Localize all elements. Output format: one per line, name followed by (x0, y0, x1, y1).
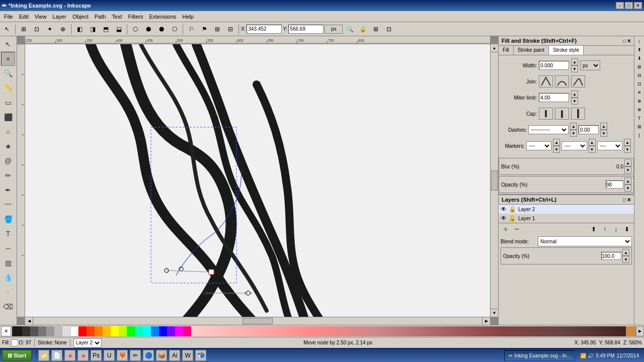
color-yellow-green[interactable] (119, 326, 127, 336)
rt-btn-10[interactable]: T (635, 114, 643, 122)
taskbar-app6[interactable]: U (104, 350, 115, 361)
hscrollbar[interactable]: ◀ ▶ (25, 317, 490, 325)
layers-opacity-input[interactable] (601, 252, 621, 260)
join-bevel-btn[interactable] (571, 75, 585, 87)
vscroll-up[interactable]: ▲ (491, 44, 498, 52)
join-round-btn[interactable] (555, 75, 569, 87)
tool-rect[interactable]: ▭ (1, 96, 15, 110)
marker-start-up[interactable]: ▲ (553, 139, 560, 146)
layer-row-1[interactable]: 👁 🔒 Layer 1 (499, 214, 634, 223)
tb-zoom-btn[interactable]: 🔍 (344, 23, 356, 35)
blur-down[interactable]: ▼ (624, 166, 631, 173)
rt-btn-1[interactable]: ↕ (635, 37, 643, 45)
tool-zoom[interactable]: 🔍 (1, 66, 15, 80)
tool-spray[interactable]: · (1, 285, 15, 299)
tab-stroke-style[interactable]: Stroke style (549, 46, 584, 55)
vscroll-down[interactable]: ▼ (491, 309, 498, 317)
hscroll-right[interactable]: ▶ (482, 317, 490, 325)
tab-fill[interactable]: Fill (499, 46, 514, 55)
marker-mid-down[interactable]: ▼ (589, 146, 596, 153)
width-up[interactable]: ▲ (571, 58, 578, 65)
select-tool-btn[interactable]: ↖ (1, 23, 13, 35)
taskbar-inkscape[interactable]: ✏ (130, 350, 141, 361)
layers-close[interactable]: ✕ (627, 197, 631, 203)
blend-mode-select[interactable]: Normal Multiply Screen Overlay (538, 236, 632, 246)
cap-square-btn[interactable] (571, 108, 585, 120)
vscrollbar[interactable]: ▲ ▼ (490, 44, 498, 317)
menu-filters[interactable]: Filters (125, 13, 146, 21)
color-sky[interactable] (151, 326, 159, 336)
rt-btn-5[interactable]: ⊟ (635, 71, 643, 79)
layers-opacity-up[interactable]: ▲ (622, 249, 629, 256)
tb-btn-8[interactable]: ⬓ (113, 23, 125, 35)
colorbar-scroll-right[interactable]: ▶ (636, 326, 644, 336)
color-yellow[interactable] (111, 326, 119, 336)
taskbar-photoshop[interactable]: Ps (91, 350, 102, 361)
blur-up[interactable]: ▲ (624, 159, 631, 166)
marker-end-down[interactable]: ▼ (624, 146, 631, 153)
dashes-up[interactable]: ▲ (600, 123, 607, 130)
tb-btn-7[interactable]: ⬒ (100, 23, 112, 35)
opacity-input[interactable] (606, 180, 623, 189)
tb-btn-14[interactable]: ⚑ (198, 23, 210, 35)
color-gray2[interactable] (46, 326, 54, 336)
color-gradient-reds[interactable] (191, 326, 626, 336)
tb-btn-12[interactable]: ⎔ (169, 23, 181, 35)
taskbar-word[interactable]: W (182, 350, 193, 361)
menu-file[interactable]: File (1, 13, 16, 21)
menu-edit[interactable]: Edit (16, 13, 32, 21)
marker-start-down[interactable]: ▼ (553, 146, 560, 153)
layer1-eye-icon[interactable]: 👁 (501, 215, 507, 222)
maximize-button[interactable]: □ (625, 2, 633, 9)
tb-btn-1[interactable]: ⊞ (18, 23, 30, 35)
opacity-up[interactable]: ▲ (624, 177, 631, 185)
x-input[interactable] (247, 25, 282, 34)
minimize-button[interactable]: − (616, 2, 624, 9)
tool-eyedropper[interactable]: 💧 (1, 270, 15, 285)
menu-object[interactable]: Object (69, 13, 92, 21)
width-unit-select[interactable]: pxmmpt (580, 60, 600, 70)
rt-btn-11[interactable]: ⊞ (635, 123, 643, 131)
color-cyan[interactable] (143, 326, 151, 336)
tb-btn-15[interactable]: ⊞ (211, 23, 223, 35)
miter-up[interactable]: ▲ (571, 90, 578, 98)
miter-down[interactable]: ▼ (571, 98, 578, 105)
tool-spiral[interactable]: @ (1, 154, 15, 168)
width-input[interactable] (539, 61, 569, 70)
tb-extra2[interactable]: ⊡ (383, 23, 395, 35)
dashes-select-up[interactable]: ▲ (570, 123, 577, 130)
dashes-value-input[interactable] (579, 125, 599, 134)
layer1-lock-icon[interactable]: 🔒 (509, 215, 516, 222)
current-layer-select[interactable]: Layer 2 Layer 1 (73, 338, 102, 347)
fill-stroke-close[interactable]: ✕ (627, 38, 631, 44)
miter-input[interactable] (539, 93, 569, 102)
rt-btn-12[interactable]: | (635, 131, 643, 139)
menu-layer[interactable]: Layer (49, 13, 69, 21)
fill-color-box[interactable] (11, 339, 18, 346)
menu-extensions[interactable]: Extensions (146, 13, 179, 21)
layer2-lock-icon[interactable]: 🔒 (509, 206, 516, 213)
color-white[interactable] (70, 326, 78, 336)
rt-btn-9[interactable]: ⊗ (635, 106, 643, 114)
close-button[interactable]: ✕ (634, 2, 642, 9)
layers-opacity-down[interactable]: ▼ (622, 256, 629, 263)
color-red-orange[interactable] (87, 326, 95, 336)
rt-btn-4[interactable]: ⊞ (635, 63, 643, 71)
active-window-btn[interactable]: ✏ Inking Example.svg - In... (504, 350, 575, 361)
tool-paint-bucket[interactable]: 🪣 (1, 212, 15, 226)
layer2-eye-icon[interactable]: 👁 (501, 206, 507, 213)
taskbar-winrar[interactable]: 📦 (156, 350, 167, 361)
drawing-canvas[interactable] (25, 44, 490, 317)
hscroll-left[interactable]: ◀ (25, 317, 33, 325)
rt-btn-2[interactable]: ⬆ (635, 46, 643, 54)
tool-calligraphy[interactable]: 〰 (1, 198, 15, 212)
tb-btn-5[interactable]: ◧ (73, 23, 86, 35)
marker-mid-select[interactable]: ── (561, 141, 587, 150)
color-blue[interactable] (159, 326, 167, 336)
tb-btn-9[interactable]: ⬡ (129, 23, 141, 35)
tool-gradient[interactable]: ▥ (1, 256, 15, 270)
taskbar-app4[interactable]: 🔺 (77, 350, 89, 361)
color-pink[interactable] (183, 326, 191, 336)
rt-btn-8[interactable]: ⊕ (635, 97, 643, 105)
tb-btn-2[interactable]: ⊡ (31, 23, 43, 35)
